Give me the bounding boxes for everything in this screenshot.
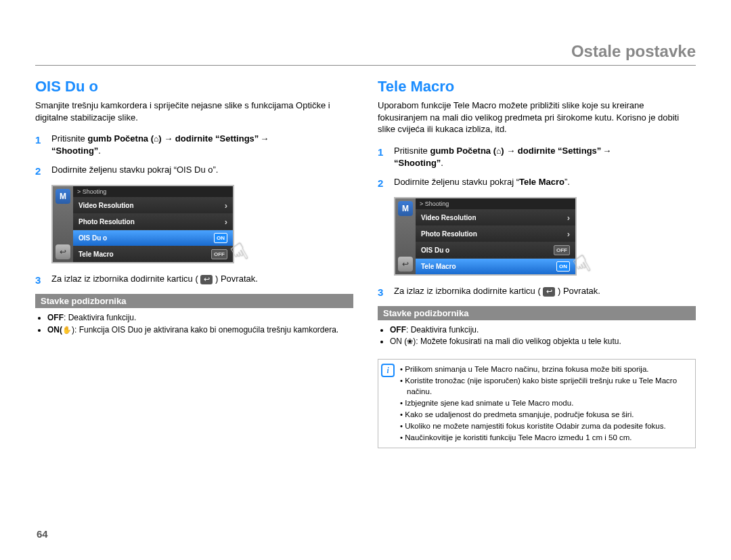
ui-sidebar: M ↩ <box>395 198 416 274</box>
text: ”. <box>564 177 570 187</box>
text: Za izlaz iz izbornika dodirnite karticu … <box>394 286 541 296</box>
step-number: 3 <box>35 273 45 287</box>
mode-icon: M <box>56 189 70 204</box>
chevron-right-icon: › <box>567 213 570 223</box>
return-icon: ↩ <box>398 257 413 272</box>
text: ) → dodirnite <box>501 146 555 156</box>
text: “Settings” <box>215 133 259 144</box>
ui-list: > Shooting Video Resolution› Photo Resol… <box>416 198 575 274</box>
toggle-off[interactable]: OFF <box>211 249 227 259</box>
chevron-right-icon: › <box>567 229 570 239</box>
breadcrumb: > Shooting <box>416 198 575 209</box>
step-number: 1 <box>378 145 387 169</box>
ui-sidebar: M ↩ <box>53 186 73 262</box>
toggle-on[interactable]: ON <box>556 261 570 272</box>
chevron-right-icon: › <box>225 217 227 227</box>
arrow-icon: → <box>260 133 269 144</box>
step-1-right: 1 Pritisnite gumb Početna (⌂) → dodirnit… <box>378 145 696 169</box>
note-item: Kako se udaljenost do predmeta smanjuje,… <box>400 409 690 420</box>
return-icon: ↩ <box>56 244 70 259</box>
note-list: Prilikom snimanja u Tele Macro načinu, b… <box>397 360 695 448</box>
right-column: Tele Macro Uporabom funkcije Tele Macro … <box>378 78 696 448</box>
note-icon: i <box>381 364 395 377</box>
text: ) Povratak. <box>558 286 600 296</box>
step-body: Dodirnite željenu stavku pokraj “Tele Ma… <box>394 176 696 190</box>
menu-row-tele-macro[interactable]: Tele MacroOFF <box>73 246 233 262</box>
toggle-on[interactable]: ON <box>214 233 227 243</box>
ui-list: > Shooting Video Resolution› Photo Resol… <box>73 186 233 262</box>
step-2-left: 2 Dodirnite željenu stavku pokraj “OIS D… <box>35 164 353 178</box>
left-column: OIS Du o Smanjite trešnju kamkordera i s… <box>35 78 353 448</box>
submenu-item-off: OFF: Deaktivira funkciju. <box>47 312 353 324</box>
menu-row-photo-resolution[interactable]: Photo Resolution› <box>73 213 233 230</box>
text: “Shooting” <box>394 158 441 168</box>
section-title-ois: OIS Du o <box>35 78 353 95</box>
text: Za izlaz iz izbornika dodirnite karticu … <box>51 274 198 284</box>
step-body: Za izlaz iz izbornika dodirnite karticu … <box>394 285 696 299</box>
return-icon: ↩ <box>543 287 555 297</box>
intro-telemacro: Uporabom funkcije Tele Macro možete prib… <box>378 100 696 135</box>
mode-icon: M <box>398 201 413 216</box>
page-header: Ostale postavke <box>35 42 696 66</box>
text: Pritisnite <box>394 146 428 156</box>
text: Tele Macro <box>519 177 564 187</box>
step-body: Pritisnite gumb Početna (⌂) → dodirnite … <box>51 133 353 157</box>
step-body: Pritisnite gumb Početna (⌂) → dodirnite … <box>394 145 696 169</box>
step-1-left: 1 Pritisnite gumb Početna (⌂) → dodirnit… <box>35 133 353 157</box>
text-bold: gumb Početna ( <box>87 133 154 144</box>
section-title-telemacro: Tele Macro <box>378 78 696 95</box>
text: “Shooting” <box>51 146 98 156</box>
ui-screenshot-ois: M ↩ > Shooting Video Resolution› Photo R… <box>51 185 234 263</box>
intro-ois: Smanjite trešnju kamkordera i spriječite… <box>35 100 353 123</box>
submenu-heading: Stavke podizbornika <box>35 294 353 308</box>
menu-row-ois-duo[interactable]: OIS Du oON <box>73 230 233 246</box>
menu-row-video-resolution[interactable]: Video Resolution› <box>73 197 233 213</box>
text: ) → dodirnite <box>158 133 213 144</box>
chevron-right-icon: › <box>225 200 227 211</box>
step-number: 3 <box>378 285 387 299</box>
two-column-layout: OIS Du o Smanjite trešnju kamkordera i s… <box>35 78 696 448</box>
note-item: Koristite tronožac (nije isporučen) kako… <box>400 375 690 397</box>
submenu-list: OFF: Deaktivira funkciju. ON(✋): Funkcij… <box>35 312 353 336</box>
text: ”. <box>213 165 218 175</box>
text: ) Povratak. <box>215 274 258 284</box>
step-number: 1 <box>35 133 45 157</box>
text: OIS Du o <box>177 165 213 175</box>
toggle-off[interactable]: OFF <box>554 245 570 255</box>
step-3-left: 3 Za izlaz iz izbornika dodirnite kartic… <box>35 273 353 287</box>
flower-icon: ❀ <box>407 337 413 347</box>
step-3-right: 3 Za izlaz iz izbornika dodirnite kartic… <box>378 285 696 299</box>
menu-row-tele-macro[interactable]: Tele MacroON <box>416 258 575 274</box>
submenu-item-on: ON(✋): Funkcija OIS Duo je aktivirana ka… <box>47 324 353 336</box>
text: gumb Početna ( <box>430 146 496 156</box>
note-box: i Prilikom snimanja u Tele Macro načinu,… <box>378 359 696 449</box>
menu-row-ois-duo[interactable]: OIS Du oOFF <box>416 242 575 258</box>
submenu-item-on: ON (❀): Možete fokusirati na mali dio ve… <box>390 336 696 347</box>
note-item: Prilikom snimanja u Tele Macro načinu, b… <box>400 364 690 374</box>
note-item: Ukoliko ne možete namjestiti fokus koris… <box>400 421 690 431</box>
page-number: 64 <box>37 528 48 540</box>
menu-row-photo-resolution[interactable]: Photo Resolution› <box>416 225 575 242</box>
text: Dodirnite željenu stavku pokraj “ <box>51 165 177 175</box>
text: Dodirnite željenu stavku pokraj “ <box>394 177 519 187</box>
step-2-right: 2 Dodirnite željenu stavku pokraj “Tele … <box>378 176 696 190</box>
menu-row-video-resolution[interactable]: Video Resolution› <box>416 209 575 225</box>
text: Pritisnite <box>51 133 85 144</box>
note-item: Naučinkovitije je koristiti funkciju Tel… <box>400 432 690 443</box>
arrow-icon: → <box>602 146 611 156</box>
text: “Settings” <box>558 146 601 156</box>
text: . <box>441 158 443 168</box>
submenu-item-off: OFF: Deaktivira funkciju. <box>390 324 696 336</box>
hand-icon: ✋ <box>62 325 72 336</box>
text: . <box>98 146 101 156</box>
step-body: Dodirnite željenu stavku pokraj “OIS Du … <box>51 164 353 178</box>
note-item: Izbjegnite sjene kad snimate u Tele Macr… <box>400 397 690 408</box>
submenu-list: OFF: Deaktivira funkciju. ON (❀): Možete… <box>378 324 696 348</box>
step-number: 2 <box>378 176 387 190</box>
step-body: Za izlaz iz izbornika dodirnite karticu … <box>51 273 353 287</box>
return-icon: ↩ <box>200 275 213 284</box>
submenu-heading: Stavke podizbornika <box>378 306 696 320</box>
breadcrumb: > Shooting <box>73 186 233 197</box>
step-number: 2 <box>35 164 45 178</box>
ui-screenshot-telemacro: M ↩ > Shooting Video Resolution› Photo R… <box>394 197 577 276</box>
